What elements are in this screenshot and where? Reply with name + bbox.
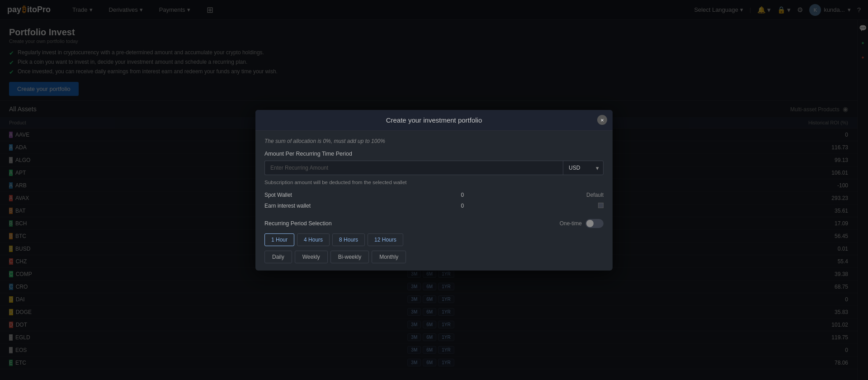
- currency-wrapper: USD BTC ETH USDT: [563, 161, 604, 175]
- amount-section-label: Amount Per Recurring Time Period: [264, 151, 604, 157]
- period-section-label: Recurring Period Selection: [264, 220, 332, 227]
- investment-modal: Create your investment portfolio × The s…: [255, 110, 613, 271]
- subscription-note: Subscription amount will be deducted fro…: [264, 180, 604, 185]
- modal-overlay[interactable]: Create your investment portfolio × The s…: [0, 0, 868, 380]
- modal-body: The sum of allocation is 0%, must add up…: [255, 131, 613, 271]
- modal-period-btn-4-hours[interactable]: 4 Hours: [297, 233, 330, 246]
- frequency-buttons-row: DailyWeeklyBi-weeklyMonthly: [264, 251, 604, 263]
- one-time-label: One-time: [560, 220, 582, 227]
- modal-period-btn-12-hours[interactable]: 12 Hours: [368, 233, 403, 246]
- freq-btn-weekly[interactable]: Weekly: [295, 251, 328, 263]
- freq-btn-bi-weekly[interactable]: Bi-weekly: [330, 251, 369, 263]
- wallet-row-0: Spot Wallet0Default: [264, 190, 604, 200]
- modal-close-button[interactable]: ×: [597, 115, 607, 125]
- allocation-note: The sum of allocation is 0%, must add up…: [264, 138, 604, 144]
- recurring-amount-input[interactable]: [264, 161, 563, 175]
- wallet-checkbox[interactable]: [598, 203, 604, 208]
- period-buttons-row: 1 Hour4 Hours8 Hours12 Hours: [264, 233, 604, 246]
- one-time-toggle[interactable]: [585, 219, 604, 228]
- wallet-row-1: Earn interest wallet0: [264, 200, 604, 212]
- modal-period-btn-8-hours[interactable]: 8 Hours: [332, 233, 365, 246]
- amount-row: USD BTC ETH USDT: [264, 161, 604, 175]
- modal-period-btn-1-hour[interactable]: 1 Hour: [264, 233, 294, 246]
- modal-header: Create your investment portfolio ×: [255, 110, 613, 131]
- freq-btn-daily[interactable]: Daily: [264, 251, 292, 263]
- period-section: Recurring Period Selection One-time: [264, 219, 604, 228]
- currency-select[interactable]: USD BTC ETH USDT: [563, 161, 604, 175]
- wallet-table: Spot Wallet0DefaultEarn interest wallet0: [264, 190, 604, 212]
- modal-title: Create your investment portfolio: [386, 116, 482, 124]
- freq-btn-monthly[interactable]: Monthly: [372, 251, 406, 263]
- one-time-area: One-time: [560, 219, 604, 228]
